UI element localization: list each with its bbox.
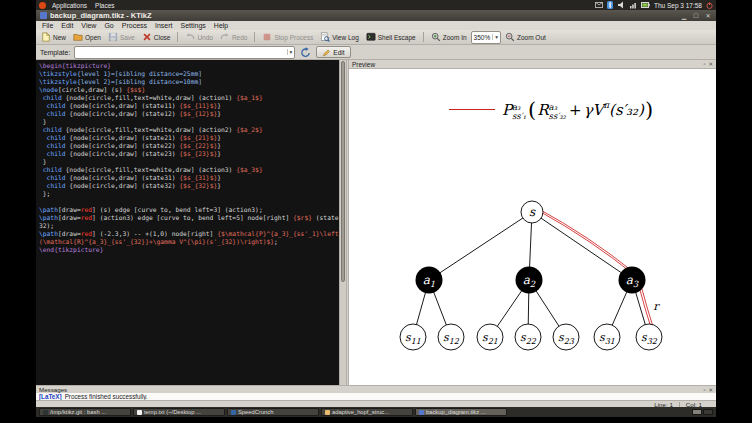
zoom-out-icon (505, 32, 515, 42)
desktop: Applications Places Thu Sep 3 17:58 back… (36, 0, 716, 417)
terminal-icon (366, 32, 376, 42)
undo-icon (185, 32, 195, 42)
redo-button[interactable]: Redo (217, 31, 251, 43)
backup-diagram: s a1 a2 a3 s11 s12 s21 s22 s23 s31 s32 r (349, 69, 716, 385)
tree-nodes (400, 201, 662, 350)
power-icon[interactable] (706, 2, 713, 9)
screen: Applications Places Thu Sep 3 17:58 back… (0, 0, 752, 423)
code-line: child {node[circle,draw] (state11) {$s_{… (39, 102, 339, 110)
volume-icon[interactable] (617, 1, 625, 9)
editor-scrollbar[interactable] (339, 60, 346, 385)
menu-view[interactable]: View (77, 22, 100, 29)
pencil-icon (322, 48, 331, 57)
applications-menu[interactable]: Applications (50, 2, 89, 9)
close-icon (142, 32, 152, 42)
chevron-down-icon: ▾ (492, 34, 498, 40)
preview-pane: Preview ▫ ✕ Pa₃ss′₁ ( Ra₃ss′₃₂ + γVπ (s′… (349, 60, 716, 385)
label-reward: r (653, 300, 660, 313)
taskbar-item-terminal[interactable]: /tmp/ktikz.git : bash ... (39, 408, 131, 416)
menu-help[interactable]: Help (210, 22, 232, 29)
view-log-icon (320, 32, 330, 42)
code-line: \path[draw=red] (-2.3,3) -- +(1,0) node[… (39, 230, 339, 246)
reload-icon (300, 47, 311, 58)
zoom-out-button[interactable]: Zoom Out (502, 31, 549, 43)
preview-title: Preview (352, 61, 375, 68)
toolbar-separator (177, 32, 178, 42)
template-select[interactable]: ▾ (74, 46, 295, 59)
code-line: child {node[circle,draw] (state23) {$s_{… (39, 150, 339, 158)
save-icon (108, 32, 118, 42)
close-button[interactable]: Close (139, 31, 174, 43)
save-button[interactable]: Save (105, 31, 138, 43)
redo-icon (220, 32, 230, 42)
network-icon[interactable] (629, 1, 637, 9)
open-folder-icon (73, 32, 83, 42)
zoom-level-select[interactable]: 350%▾ (471, 31, 501, 44)
code-area[interactable]: \begin{tikzpicture}\tikzstyle{level 1}=[… (36, 62, 339, 385)
float-pane-button[interactable]: ▫ (703, 61, 705, 67)
top-panel: Applications Places Thu Sep 3 17:58 (36, 0, 716, 10)
messages-body: [LaTeX] Process finished successfully. (36, 393, 716, 400)
menu-file[interactable]: File (38, 22, 57, 29)
menu-insert[interactable]: Insert (151, 22, 177, 29)
taskbar-item-backup-diagram[interactable]: backup_diagram.tikz ... (415, 408, 507, 416)
view-log-button[interactable]: View Log (317, 31, 362, 43)
status-bar: Line: 1 Col: 1 (36, 400, 716, 407)
messages-title: Messages (39, 386, 67, 393)
toolbar: New Open Save Close Undo Redo Stop Proce… (36, 30, 716, 45)
mail-icon[interactable] (595, 2, 603, 8)
workspace-1[interactable] (692, 409, 702, 415)
code-line: \path[draw=red] (s) edge [curve to, bend… (39, 206, 339, 214)
preview-canvas: Pa₃ss′₁ ( Ra₃ss′₃₂ + γVπ (s′₃₂) ) (349, 69, 716, 385)
code-line: } (39, 118, 339, 126)
open-button[interactable]: Open (70, 31, 104, 43)
distro-logo-icon[interactable] (39, 2, 46, 9)
places-menu[interactable]: Places (93, 2, 117, 9)
menu-edit[interactable]: Edit (57, 22, 77, 29)
close-window-button[interactable]: ✕ (704, 12, 712, 19)
zoom-in-icon (431, 32, 441, 42)
menu-go[interactable]: Go (100, 22, 117, 29)
float-pane-button[interactable]: ▫ (703, 387, 705, 393)
terminal-icon (43, 410, 48, 415)
shell-escape-button[interactable]: Shell Escape (363, 31, 419, 43)
code-line: child {node[circle,fill,text=white,draw]… (39, 166, 339, 174)
chevron-down-icon: ▾ (287, 49, 293, 55)
bluetooth-icon[interactable] (607, 1, 613, 9)
clock[interactable]: Thu Sep 3 17:58 (654, 2, 702, 9)
workspace-switcher[interactable] (692, 409, 713, 415)
calculator-icon (231, 410, 236, 415)
minimize-button[interactable]: ▁ (680, 12, 688, 19)
code-line: child {node[circle,draw] (state32) {$s_{… (39, 182, 339, 190)
taskbar-item-adaptive-hopf[interactable]: adaptive_hopf_struc... (321, 408, 413, 416)
scrollbar-thumb[interactable] (341, 61, 345, 282)
menu-settings[interactable]: Settings (177, 22, 210, 29)
code-editor[interactable]: \begin{tikzpicture}\tikzstyle{level 1}=[… (36, 60, 346, 385)
stop-process-button[interactable]: Stop Process (259, 31, 316, 43)
undo-button[interactable]: Undo (182, 31, 216, 43)
new-button[interactable]: New (38, 31, 69, 43)
taskbar-item-speedcrunch[interactable]: SpeedCrunch (227, 408, 319, 416)
window-titlebar[interactable]: backup_diagram.tikz - KTikZ ▁ ☐ ✕ (36, 10, 716, 21)
code-line: child {node[circle,fill,text=white,draw]… (39, 126, 339, 134)
maximize-button[interactable]: ☐ (692, 12, 700, 19)
message-text: Process finished successfully. (65, 393, 148, 400)
code-line: \node[circle,draw] (s) {$s$} (39, 86, 339, 94)
ktikz-icon (419, 410, 424, 415)
app-icon (40, 12, 47, 19)
text-file-icon (137, 410, 142, 415)
menu-process[interactable]: Process (118, 22, 151, 29)
code-line: } (39, 158, 339, 166)
close-pane-button[interactable]: ✕ (708, 61, 713, 67)
taskbar-item-gedit[interactable]: temp.txt (~/Desktop ... (133, 408, 225, 416)
code-line: }; (39, 190, 339, 198)
close-pane-button[interactable]: ✕ (708, 387, 713, 393)
reload-template-button[interactable] (299, 46, 312, 58)
code-line: child {node[circle,draw] (state31) {$s_{… (39, 174, 339, 182)
toolbar-separator (423, 32, 424, 42)
workspace-2[interactable] (703, 409, 713, 415)
code-line (39, 198, 339, 206)
zoom-in-button[interactable]: Zoom In (428, 31, 470, 43)
edit-template-button[interactable]: Edit (316, 46, 350, 58)
battery-icon[interactable] (641, 2, 650, 8)
